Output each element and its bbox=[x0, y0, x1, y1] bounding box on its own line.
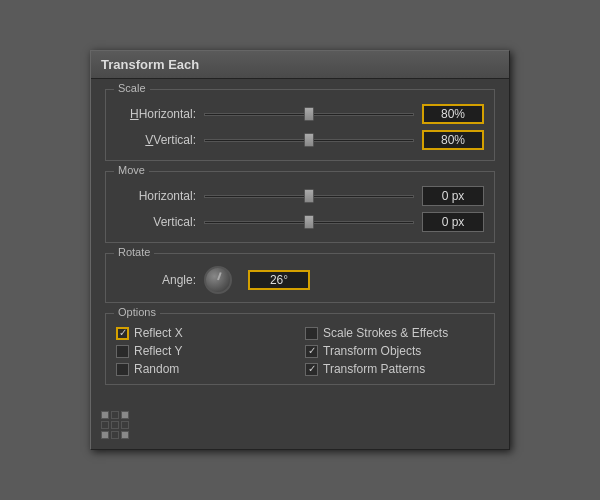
move-label: Move bbox=[114, 164, 149, 176]
grid-cell bbox=[111, 421, 119, 429]
grid-cell bbox=[101, 411, 109, 419]
move-horizontal-input[interactable] bbox=[423, 189, 483, 203]
move-horizontal-value[interactable] bbox=[422, 186, 484, 206]
scale-section: Scale HHorizontal: VVertical: bbox=[105, 89, 495, 161]
angle-input[interactable] bbox=[250, 273, 308, 287]
reflect-y-checkbox[interactable] bbox=[116, 345, 129, 358]
angle-label: Angle: bbox=[116, 273, 196, 287]
scale-vertical-row: VVertical: bbox=[116, 130, 484, 150]
move-horizontal-slider[interactable] bbox=[204, 188, 414, 204]
grid-cell bbox=[121, 431, 129, 439]
move-horizontal-thumb[interactable] bbox=[304, 189, 314, 203]
move-vertical-slider[interactable] bbox=[204, 214, 414, 230]
grid-cell bbox=[111, 411, 119, 419]
reflect-y-row: Reflect Y bbox=[116, 344, 295, 358]
move-vertical-input[interactable] bbox=[423, 215, 483, 229]
scale-vertical-thumb[interactable] bbox=[304, 133, 314, 147]
transform-patterns-checkbox[interactable] bbox=[305, 363, 318, 376]
rotate-label: Rotate bbox=[114, 246, 154, 258]
dialog-body: Scale HHorizontal: VVertical: bbox=[91, 79, 509, 405]
scale-strokes-row: Scale Strokes & Effects bbox=[305, 326, 484, 340]
rotate-row: Angle: bbox=[116, 266, 484, 294]
scale-strokes-label: Scale Strokes & Effects bbox=[323, 326, 448, 340]
scale-vertical-value[interactable] bbox=[422, 130, 484, 150]
scale-vertical-track bbox=[204, 139, 414, 142]
move-horizontal-track bbox=[204, 195, 414, 198]
grid-cell bbox=[101, 421, 109, 429]
scale-vertical-slider[interactable] bbox=[204, 132, 414, 148]
move-horizontal-row: Horizontal: bbox=[116, 186, 484, 206]
reflect-x-label: Reflect X bbox=[134, 326, 183, 340]
scale-strokes-checkbox[interactable] bbox=[305, 327, 318, 340]
scale-horizontal-label: HHorizontal: bbox=[116, 107, 196, 121]
scale-horizontal-row: HHorizontal: bbox=[116, 104, 484, 124]
transform-objects-row: Transform Objects bbox=[305, 344, 484, 358]
random-row: Random bbox=[116, 362, 295, 376]
move-horizontal-label: Horizontal: bbox=[116, 189, 196, 203]
transform-objects-label: Transform Objects bbox=[323, 344, 421, 358]
transform-objects-checkbox[interactable] bbox=[305, 345, 318, 358]
move-vertical-row: Vertical: bbox=[116, 212, 484, 232]
options-col1: Reflect X Reflect Y Random bbox=[116, 326, 295, 376]
scale-vertical-input[interactable] bbox=[424, 133, 482, 147]
scale-vertical-label: VVertical: bbox=[116, 133, 196, 147]
bottom-icons bbox=[91, 405, 509, 449]
options-section: Options Reflect X Reflect Y bbox=[105, 313, 495, 385]
grid-cell bbox=[111, 431, 119, 439]
scale-horizontal-input[interactable] bbox=[424, 107, 482, 121]
random-label: Random bbox=[134, 362, 179, 376]
scale-horizontal-thumb[interactable] bbox=[304, 107, 314, 121]
dialog-title: Transform Each bbox=[91, 51, 509, 79]
reflect-x-checkbox[interactable] bbox=[116, 327, 129, 340]
transform-patterns-row: Transform Patterns bbox=[305, 362, 484, 376]
move-vertical-label: Vertical: bbox=[116, 215, 196, 229]
angle-value[interactable] bbox=[248, 270, 310, 290]
reflect-x-row: Reflect X bbox=[116, 326, 295, 340]
options-col2: Scale Strokes & Effects Transform Object… bbox=[305, 326, 484, 376]
scale-horizontal-value[interactable] bbox=[422, 104, 484, 124]
move-vertical-value[interactable] bbox=[422, 212, 484, 232]
grid-icon[interactable] bbox=[101, 411, 129, 439]
rotate-section: Rotate Angle: bbox=[105, 253, 495, 303]
grid-cell bbox=[121, 411, 129, 419]
move-vertical-track bbox=[204, 221, 414, 224]
reflect-y-label: Reflect Y bbox=[134, 344, 182, 358]
options-label: Options bbox=[114, 306, 160, 318]
options-grid: Reflect X Reflect Y Random bbox=[116, 326, 484, 376]
scale-label: Scale bbox=[114, 82, 150, 94]
move-section: Move Horizontal: Vertical: bbox=[105, 171, 495, 243]
scale-horizontal-slider[interactable] bbox=[204, 106, 414, 122]
scale-horizontal-track bbox=[204, 113, 414, 116]
grid-cell bbox=[101, 431, 109, 439]
transform-each-dialog: Transform Each Scale HHorizontal: bbox=[90, 50, 510, 450]
move-vertical-thumb[interactable] bbox=[304, 215, 314, 229]
angle-dial[interactable] bbox=[204, 266, 232, 294]
random-checkbox[interactable] bbox=[116, 363, 129, 376]
transform-patterns-label: Transform Patterns bbox=[323, 362, 425, 376]
grid-cell bbox=[121, 421, 129, 429]
